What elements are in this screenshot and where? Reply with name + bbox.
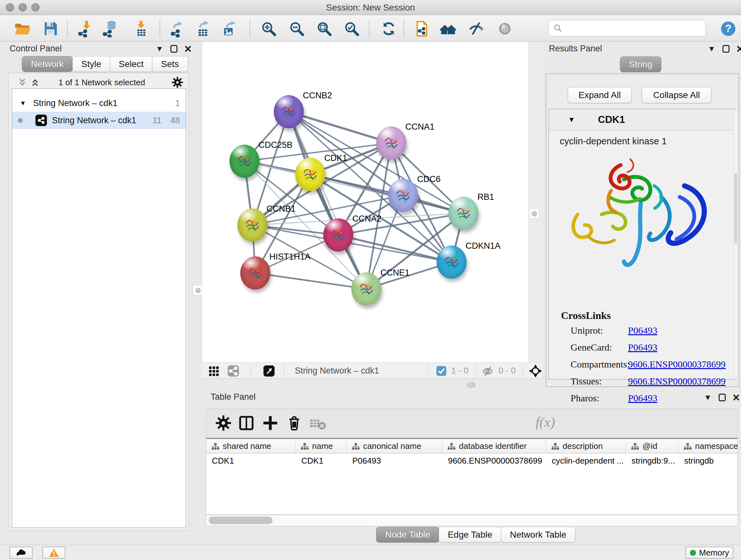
tab-string[interactable]: String [620,57,661,72]
file-share-button[interactable] [412,19,431,38]
column-header-id[interactable]: @id [626,439,678,453]
section-collapse-icon[interactable]: ▼ [568,116,575,124]
import-table-file-button[interactable] [131,19,151,38]
panel-close-icon[interactable]: × [733,393,740,402]
edge-CCNB2-CCNE1[interactable] [289,112,366,289]
node-CDKN1A[interactable] [436,246,467,279]
zoom-in-button[interactable] [259,19,278,38]
panel-menu-caret-icon[interactable]: ▼ [704,394,712,401]
edge-HIST1H1A-CCNE1[interactable] [255,273,366,289]
hide-selected-button[interactable] [467,19,486,38]
add-column-icon[interactable] [262,415,279,431]
panel-float-icon[interactable] [171,45,178,53]
crosslink-link[interactable]: P06493 [628,325,657,336]
column-header-canonicalname[interactable]: canonical name [347,439,442,453]
import-network-database-button[interactable] [100,19,120,38]
column-header-sharedname[interactable]: shared name [206,439,295,453]
hidden-eye-icon[interactable] [481,365,494,377]
node-CDC25B[interactable] [229,145,259,178]
column-header-databaseidentifier[interactable]: database identifier [442,439,546,453]
gene-section-header[interactable]: ▼ CDK1 [549,109,736,130]
crosslink-link[interactable]: P06493 [628,342,657,353]
collapse-all-chevron-icon[interactable] [17,78,27,87]
tab-network-table[interactable]: Network Table [501,527,576,543]
node-CCNB1[interactable] [238,208,267,242]
horizontal-splitter-handle[interactable] [467,382,475,388]
cell-namespace[interactable]: stringdb [678,453,738,468]
crosslink-link[interactable]: 9606.ENSP00000378699 [628,376,726,387]
node-RB1[interactable] [448,197,478,230]
network-canvas[interactable]: CCNB2CCNA1CDC25BCDK1CDC6RB1CCNB1CCNA2CDK… [202,42,528,362]
node-table[interactable]: shared namenamecanonical namedatabase id… [206,438,738,515]
node-CCNA1[interactable] [376,126,406,160]
table-scrollbar-thumb[interactable] [209,516,273,524]
cell-id[interactable]: stringdb:9... [626,453,678,468]
tab-edge-table[interactable]: Edge Table [439,527,501,543]
results-scrollbar-thumb[interactable] [734,173,737,244]
edge-CCNB2-CCNA1[interactable] [289,112,391,143]
tree-expander-icon[interactable]: ▼ [20,100,26,107]
export-network-button[interactable] [168,19,187,38]
memory-button[interactable]: Memory [685,547,733,559]
zoom-selected-button[interactable] [342,19,361,38]
tab-sets[interactable]: Sets [152,56,188,72]
grid-view-icon[interactable] [208,365,220,377]
node-HIST1H1A[interactable] [240,256,270,290]
warning-status-button[interactable] [43,547,65,559]
open-session-button[interactable] [13,19,32,38]
search-input[interactable] [549,20,706,37]
import-network-file-button[interactable] [76,19,95,38]
cell-description[interactable]: cyclin-dependent ... [546,453,626,468]
node-CCNB2[interactable] [274,95,304,128]
show-eye-button[interactable] [495,19,515,38]
gear-icon[interactable] [172,76,184,88]
column-header-namespace[interactable]: namespace [678,439,738,453]
crosslink-link[interactable]: P06493 [628,393,657,403]
panel-menu-caret-icon[interactable]: ▼ [156,45,163,53]
panel-float-icon[interactable] [723,45,730,53]
fit-selection-crosshair-icon[interactable] [529,364,542,378]
panel-close-icon[interactable]: × [185,44,192,54]
cell-canonicalname[interactable]: P06493 [347,453,442,468]
cell-databaseidentifier[interactable]: 9606.ENSP00000378699 [442,453,546,468]
network-row-selected[interactable]: String Network – cdk1 11 48 [12,112,186,129]
tab-network[interactable]: Network [22,56,73,72]
node-CCNA2[interactable] [323,219,353,252]
collapse-all-button[interactable]: Collapse All [642,87,711,103]
show-columns-icon[interactable] [238,415,255,431]
help-button[interactable]: ? [719,19,738,38]
save-session-button[interactable] [41,19,60,38]
crosslink-link[interactable]: 9606.ENSP00000378699 [628,359,726,370]
column-header-name[interactable]: name [295,439,347,453]
home-button[interactable] [439,19,458,38]
expand-all-button[interactable]: Expand All [568,87,631,103]
table-row[interactable]: CDK1CDK1P064939606.ENSP00000378699cyclin… [206,453,738,468]
table-horizontal-scrollbar[interactable] [206,515,738,526]
tab-node-table[interactable]: Node Table [376,527,439,543]
panel-close-icon[interactable]: × [737,44,741,54]
tab-style[interactable]: Style [72,56,110,72]
node-CCNE1[interactable] [351,272,381,306]
tab-select[interactable]: Select [110,56,152,72]
network-collection-row[interactable]: ▼ String Network – cdk1 1 [12,95,186,112]
cell-name[interactable]: CDK1 [295,453,347,468]
panel-menu-caret-icon[interactable]: ▼ [708,45,716,53]
zoom-fit-button[interactable] [315,19,334,38]
panel-float-icon[interactable] [719,394,726,401]
cell-sharedname[interactable]: CDK1 [206,453,295,468]
birdseye-view-icon[interactable] [263,365,275,377]
node-CDC6[interactable] [388,179,418,212]
gear-icon[interactable] [215,415,232,431]
export-image-button[interactable] [220,19,239,38]
network-badge-icon[interactable] [227,365,239,377]
column-header-description[interactable]: description [546,439,626,453]
cloud-status-button[interactable] [10,547,32,559]
results-scrollbar[interactable] [734,110,738,378]
right-splitter-handle[interactable] [529,208,539,219]
export-table-button[interactable] [194,19,213,38]
selected-checkbox-icon[interactable] [436,366,447,376]
delete-column-icon[interactable] [286,415,302,431]
refresh-button[interactable] [379,19,398,38]
zoom-out-button[interactable] [287,19,307,38]
node-CDK1[interactable] [295,158,325,191]
